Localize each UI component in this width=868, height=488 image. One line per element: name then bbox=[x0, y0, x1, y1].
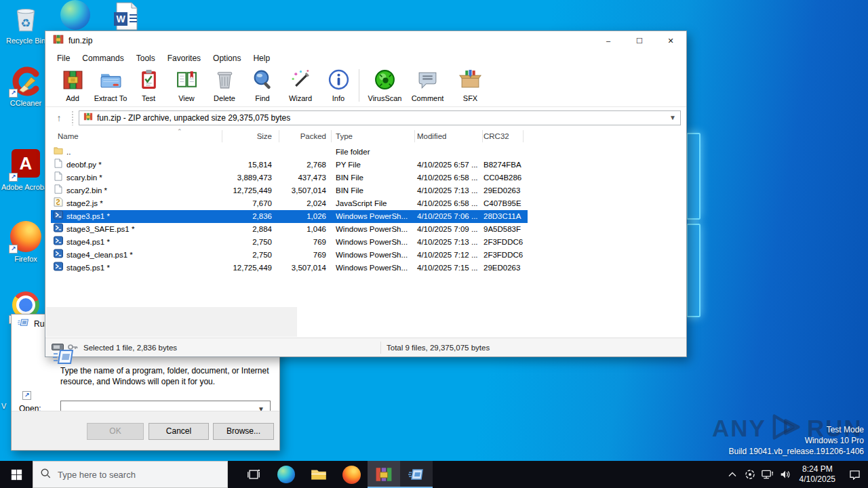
file-type-cell: PY File bbox=[336, 159, 416, 171]
menu-item-file[interactable]: File bbox=[51, 52, 76, 65]
system-tray: 8:24 PM 4/10/2025 bbox=[724, 461, 868, 488]
file-type-cell: Windows PowerSh... bbox=[336, 236, 416, 249]
tray-network-icon[interactable] bbox=[759, 461, 776, 488]
taskbar-winrar-icon[interactable] bbox=[368, 461, 400, 488]
file-crc-cell: C407B95E bbox=[484, 197, 538, 210]
close-button[interactable]: ✕ bbox=[655, 31, 686, 50]
toolbar-button-find[interactable]: Find bbox=[243, 66, 281, 104]
menu-item-help[interactable]: Help bbox=[247, 52, 276, 65]
file-row[interactable]: deobf.py *15,8142,768PY File4/10/2025 6:… bbox=[51, 159, 682, 171]
browse-button[interactable]: Browse... bbox=[213, 423, 274, 440]
desktop-icon-recycle-bin[interactable]: ♻Recycle Bin bbox=[0, 3, 52, 45]
taskbar-clock[interactable]: 8:24 PM 4/10/2025 bbox=[794, 464, 841, 485]
ok-button[interactable]: OK bbox=[87, 423, 144, 440]
toolbar-button-wizard[interactable]: Wizard bbox=[281, 66, 319, 104]
run-description-line2: resource, and Windows will open it for y… bbox=[60, 377, 271, 386]
file-row[interactable]: stage3.ps1 *2,8361,026Windows PowerSh...… bbox=[51, 210, 682, 223]
archive-icon bbox=[83, 112, 93, 124]
chevron-down-icon[interactable]: ▼ bbox=[669, 114, 676, 121]
menu-item-favorites[interactable]: Favorites bbox=[161, 52, 207, 65]
file-crc-cell: 9A5D583F bbox=[484, 223, 538, 236]
column-header-name[interactable]: Name bbox=[58, 132, 79, 140]
toolbar-button-virusscan[interactable]: VirusScan bbox=[363, 66, 406, 104]
run-dialog-footer: OK Cancel Browse... bbox=[12, 411, 279, 450]
maximize-button[interactable]: ☐ bbox=[624, 31, 655, 50]
toolbar-button-label: Wizard bbox=[289, 94, 312, 102]
taskbar-run-icon[interactable] bbox=[400, 461, 433, 488]
archive-address-combobox[interactable]: fun.zip - ZIP archive, unpacked size 29,… bbox=[79, 110, 681, 125]
file-row[interactable]: stage4.ps1 *2,750769Windows PowerSh...4/… bbox=[51, 236, 682, 249]
tray-volume-icon[interactable] bbox=[776, 461, 794, 488]
file-type-cell: BIN File bbox=[336, 171, 416, 184]
cancel-button[interactable]: Cancel bbox=[149, 423, 209, 440]
toolbar-button-label: Find bbox=[255, 94, 269, 102]
clock-time: 8:24 PM bbox=[800, 464, 835, 474]
menu-item-options[interactable]: Options bbox=[207, 52, 247, 65]
file-size-cell: 12,725,449 bbox=[214, 262, 272, 274]
column-header-modified[interactable]: Modified bbox=[417, 132, 446, 140]
sandbox-build: Build 19041.vb_release.191206-1406 bbox=[729, 446, 865, 457]
desktop-icon-label: CCleaner bbox=[0, 99, 52, 108]
sandbox-os: Windows 10 Pro bbox=[729, 435, 865, 446]
file-row[interactable]: scary2.bin *12,725,4493,507,014BIN File4… bbox=[51, 184, 682, 197]
file-row[interactable]: stage4_clean.ps1 *2,750769Windows PowerS… bbox=[51, 249, 682, 262]
file-name-cell: deobf.py * bbox=[54, 159, 102, 171]
file-size-cell: 2,750 bbox=[214, 236, 272, 249]
tray-agent-icon[interactable] bbox=[741, 461, 759, 488]
file-name-text: scary2.bin * bbox=[66, 184, 107, 197]
toolbar-button-test[interactable]: Test bbox=[130, 66, 167, 104]
desktop-icon-adobe-acrobat[interactable]: A↗Adobe Acrobat bbox=[0, 149, 52, 192]
file-modified-cell: 4/10/2025 6:57 ... bbox=[417, 159, 482, 171]
column-header-type[interactable]: Type bbox=[336, 132, 353, 140]
file-name-cell: scary2.bin * bbox=[54, 184, 107, 197]
file-crc-cell: B8274FBA bbox=[484, 159, 538, 171]
toolbar-button-view[interactable]: View bbox=[167, 66, 205, 104]
shortcut-arrow-icon: ↗ bbox=[9, 173, 18, 182]
file-icon bbox=[54, 184, 63, 198]
menu-item-commands[interactable]: Commands bbox=[76, 52, 130, 65]
task-view-button[interactable] bbox=[237, 461, 270, 488]
view-icon bbox=[176, 68, 198, 94]
file-name-text: stage5.ps1 * bbox=[66, 262, 110, 274]
column-header-crc32[interactable]: CRC32 bbox=[484, 132, 509, 140]
action-center-icon[interactable] bbox=[841, 461, 868, 488]
taskbar-search-input[interactable]: Type here to search bbox=[33, 461, 228, 488]
desktop-icon-word-doc[interactable]: W bbox=[100, 1, 152, 33]
taskbar-firefox-icon[interactable] bbox=[335, 461, 368, 488]
file-modified-cell: 4/10/2025 7:06 ... bbox=[417, 210, 482, 223]
up-one-level-button[interactable]: ↑ bbox=[50, 110, 68, 126]
file-row[interactable]: scary.bin *3,889,473437,473BIN File4/10/… bbox=[51, 171, 682, 184]
file-modified-cell: 4/10/2025 7:15 ... bbox=[417, 262, 482, 274]
menu-item-tools[interactable]: Tools bbox=[130, 52, 161, 65]
file-row[interactable]: ..File folder bbox=[51, 146, 682, 159]
desktop-icon-firefox[interactable]: ↗Firefox bbox=[0, 221, 52, 264]
file-row[interactable]: stage3_SAFE.ps1 *2,8841,046Windows Power… bbox=[51, 223, 682, 236]
start-button[interactable] bbox=[0, 461, 33, 488]
ps1-icon bbox=[54, 262, 63, 275]
taskbar-edge-icon[interactable] bbox=[270, 461, 302, 488]
minimize-button[interactable]: – bbox=[593, 31, 624, 50]
file-packed-cell: 2,024 bbox=[275, 197, 326, 210]
toolbar-button-label: Info bbox=[332, 94, 344, 102]
tray-chevron-up-icon[interactable] bbox=[724, 461, 741, 488]
ps1-icon bbox=[54, 249, 63, 262]
toolbar-button-info[interactable]: Info bbox=[319, 66, 357, 104]
svg-text:♻: ♻ bbox=[21, 17, 31, 30]
column-header-packed[interactable]: Packed bbox=[275, 132, 326, 140]
file-crc-cell: 28D3C11A bbox=[484, 210, 538, 223]
file-icon bbox=[54, 159, 63, 172]
toolbar-button-add[interactable]: Add bbox=[54, 66, 92, 104]
toolbar-button-extract-to[interactable]: Extract To bbox=[92, 66, 130, 104]
delete-icon bbox=[214, 68, 236, 94]
desktop-icon-edge[interactable] bbox=[50, 0, 102, 31]
toolbar-button-delete[interactable]: Delete bbox=[205, 66, 243, 104]
taskbar-explorer-icon[interactable] bbox=[302, 461, 335, 488]
file-crc-cell: 2F3FDDC6 bbox=[484, 249, 538, 262]
file-row[interactable]: stage5.ps1 *12,725,4493,507,014Windows P… bbox=[51, 262, 682, 274]
toolbar-button-comment[interactable]: Comment bbox=[406, 66, 449, 104]
winrar-titlebar[interactable]: fun.zip – ☐ ✕ bbox=[45, 31, 686, 50]
desktop-icon-ccleaner[interactable]: ↗CCleaner bbox=[0, 65, 52, 108]
file-row[interactable]: stage2.js *7,6702,024JavaScript File4/10… bbox=[51, 197, 682, 210]
file-modified-cell bbox=[417, 146, 482, 159]
toolbar-button-sfx[interactable]: SFX bbox=[449, 66, 492, 104]
